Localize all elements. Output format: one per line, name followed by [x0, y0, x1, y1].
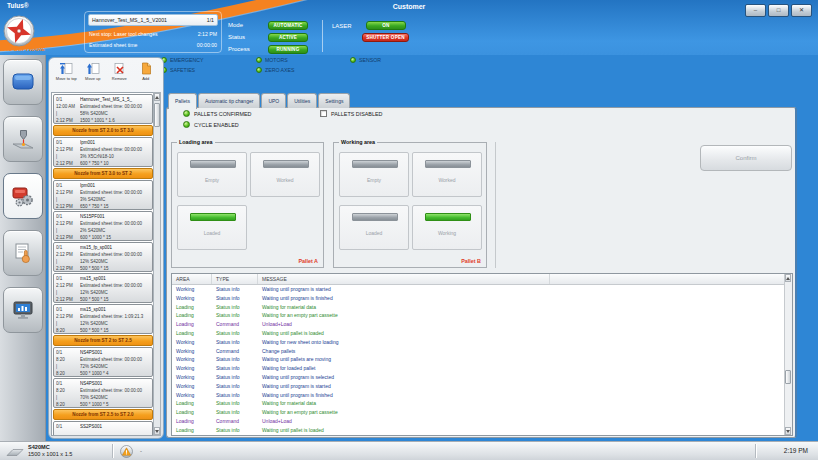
- scroll-down-button[interactable]: [785, 427, 791, 435]
- pallet-state-card-empty[interactable]: Empty: [177, 152, 247, 197]
- message-row[interactable]: WorkingStatus infoWaiting until program …: [172, 294, 784, 303]
- scroll-thumb[interactable]: [154, 103, 160, 127]
- queue-job-name: Ipm001: [80, 182, 151, 189]
- warning-badge-icon[interactable]: [120, 445, 133, 458]
- queue-job-card[interactable]: 0/18:20|8:20NS4PS001Estimated sheet time…: [53, 347, 153, 377]
- message-text: Waiting until pallet is loaded: [258, 426, 784, 435]
- move-to-top-button[interactable]: Move to top: [53, 60, 80, 91]
- sidebar-item-laser-cutting[interactable]: [3, 116, 43, 162]
- state-bar: [352, 160, 398, 168]
- queue-job-dims: 1500 * 1001 * 1.6: [80, 117, 151, 124]
- queue-job-card[interactable]: 0/12:12 PM|2:12 PMNS15PF001Estimated she…: [53, 211, 153, 241]
- message-table-scrollbar[interactable]: [784, 274, 792, 435]
- message-row[interactable]: WorkingStatus infoWaiting until program …: [172, 373, 784, 382]
- message-row[interactable]: LoadingStatus infoWaiting for an empty p…: [172, 408, 784, 417]
- message-text: Waiting until program is started: [258, 285, 784, 294]
- message-area: Working: [172, 347, 212, 356]
- queue-separator[interactable]: Nozzle from ST 3.0 to ST 2: [53, 168, 153, 179]
- message-row[interactable]: LoadingCommandUnload+Load: [172, 417, 784, 426]
- message-row[interactable]: LoadingStatus infoWaiting for material d…: [172, 303, 784, 312]
- laser-shutter-button[interactable]: SHUTTER OPEN: [362, 33, 409, 42]
- tab-pallets[interactable]: Pallets: [168, 93, 197, 109]
- message-area: Loading: [172, 329, 212, 338]
- message-row[interactable]: WorkingStatus infoWaiting until program …: [172, 382, 784, 391]
- sidebar-item-manual-handling[interactable]: [3, 230, 43, 276]
- queue-job-card[interactable]: 0/12:12 PM|2:12 PMIpm001Estimated sheet …: [53, 137, 153, 167]
- queue-job-card[interactable]: 0/12:12 PM|2:12 PMms15_fp_sp001Estimated…: [53, 242, 153, 272]
- state-label: Empty: [340, 177, 408, 183]
- message-type: Status info: [212, 311, 258, 320]
- status-label: Status: [228, 34, 245, 40]
- queue-job-card[interactable]: 0/112:00 AM|2:12 PMHannover_Test_MS_1_5_…: [53, 94, 153, 124]
- message-row[interactable]: WorkingStatus infoWaiting until pallets …: [172, 355, 784, 364]
- scroll-down-button[interactable]: [154, 427, 160, 435]
- message-type: Status info: [212, 399, 258, 408]
- sidebar-item-pallet-changer[interactable]: [3, 173, 43, 219]
- scroll-up-button[interactable]: [154, 93, 160, 101]
- message-type: Status info: [212, 303, 258, 312]
- message-row[interactable]: LoadingCommandUnload+Load: [172, 320, 784, 329]
- laser-label: LASER: [332, 23, 352, 29]
- message-type: Command: [212, 347, 258, 356]
- current-sheet-size: 1500 x 1001 x 1.5: [28, 451, 72, 457]
- close-button[interactable]: ✕: [791, 4, 812, 17]
- queue-job-material: 70% S420MC: [80, 394, 151, 401]
- queue-job-name: SS2PS001: [80, 423, 151, 430]
- message-row[interactable]: WorkingStatus infoWaiting for new sheet …: [172, 338, 784, 347]
- program-name-field[interactable]: Hannover_Test_MS_1_5_V2001 1/1: [88, 14, 218, 26]
- queue-job-time1: 12:00 AM: [56, 103, 79, 110]
- message-row[interactable]: WorkingStatus infoWaiting for loaded pal…: [172, 364, 784, 373]
- pallet-state-card-loaded[interactable]: Loaded: [339, 205, 409, 250]
- message-row[interactable]: WorkingStatus infoWaiting until program …: [172, 391, 784, 400]
- queue-scrollbar[interactable]: [153, 92, 161, 436]
- sidebar-item-machine-panel[interactable]: [3, 59, 43, 105]
- laser-on-button[interactable]: ON: [366, 21, 406, 30]
- sidebar-item-monitoring[interactable]: [3, 287, 43, 333]
- tab-automatic-tip-changer[interactable]: Automatic tip changer: [198, 93, 260, 108]
- queue-separator[interactable]: Nozzle from ST 2.5 to ST 2.0: [53, 409, 153, 420]
- confirm-button[interactable]: Confirm: [700, 145, 792, 171]
- queue-job-left: 0/12:12 PM|2:12 PM: [56, 182, 79, 210]
- message-row[interactable]: LoadingStatus infoWaiting until pallet i…: [172, 426, 784, 435]
- pallet-state-card-empty[interactable]: Empty: [339, 152, 409, 197]
- message-area: Loading: [172, 426, 212, 435]
- minimize-button[interactable]: –: [745, 4, 766, 17]
- tab-utilities[interactable]: Utilities: [287, 93, 317, 108]
- queue-job-est: Estimated sheet time: 00:00:00: [80, 220, 151, 227]
- mode-value-button[interactable]: AUTOMATIC: [268, 21, 308, 30]
- pallet-state-card-worked[interactable]: Worked: [250, 152, 320, 197]
- pallets-disabled-checkbox[interactable]: [320, 110, 327, 117]
- add-button[interactable]: Add: [133, 60, 160, 91]
- program-count: 1/1: [207, 15, 214, 25]
- message-area: Loading: [172, 408, 212, 417]
- message-row[interactable]: WorkingCommandChange pallets: [172, 347, 784, 356]
- queue-job-card[interactable]: 0/18:20|8:20NS4PS001Estimated sheet time…: [53, 378, 153, 408]
- queue-separator[interactable]: Nozzle from ST 2 to ST 2.5: [53, 335, 153, 346]
- pallet-state-card-working[interactable]: Working: [412, 205, 482, 250]
- move-up-button[interactable]: Move up: [80, 60, 107, 91]
- queue-separator[interactable]: Nozzle from ST 2.0 to ST 3.0: [53, 125, 153, 136]
- pallet-state-card-loaded[interactable]: Loaded: [177, 205, 247, 250]
- message-row[interactable]: WorkingStatus infoWaiting until program …: [172, 285, 784, 294]
- message-row[interactable]: LoadingStatus infoWaiting until pallet i…: [172, 329, 784, 338]
- process-value-button[interactable]: RUNNING: [268, 45, 308, 54]
- remove-button[interactable]: Remove: [106, 60, 133, 91]
- status-value-button[interactable]: ACTIVE: [268, 33, 308, 42]
- queue-job-card[interactable]: 0/12:12 PM|2:12 PMIpm001Estimated sheet …: [53, 180, 153, 210]
- queue-job-card[interactable]: 0/1SS2PS001: [53, 421, 153, 436]
- tab-upo[interactable]: UPO: [261, 93, 286, 108]
- column-header-filler: [550, 274, 784, 284]
- pallet-state-card-worked[interactable]: Worked: [412, 152, 482, 197]
- queue-job-time1: [56, 430, 79, 436]
- message-row[interactable]: LoadingStatus infoWaiting for an empty p…: [172, 311, 784, 320]
- tab-settings[interactable]: Settings: [318, 93, 350, 108]
- queue-job-pipe: |: [56, 363, 79, 370]
- scroll-up-button[interactable]: [785, 274, 791, 282]
- maximize-button[interactable]: □: [768, 4, 789, 17]
- queue-job-card[interactable]: 0/12:12 PM|2:12 PMms15_sp001Estimated sh…: [53, 273, 153, 303]
- column-header-type: TYPE: [212, 274, 258, 284]
- queue-job-card[interactable]: 0/12:12 PM|8:20ms15_sp001Estimated sheet…: [53, 304, 153, 334]
- scroll-thumb[interactable]: [785, 370, 791, 384]
- queue-job-dims: 500 * 500 * 15: [80, 265, 151, 272]
- message-row[interactable]: LoadingStatus infoWaiting for material d…: [172, 399, 784, 408]
